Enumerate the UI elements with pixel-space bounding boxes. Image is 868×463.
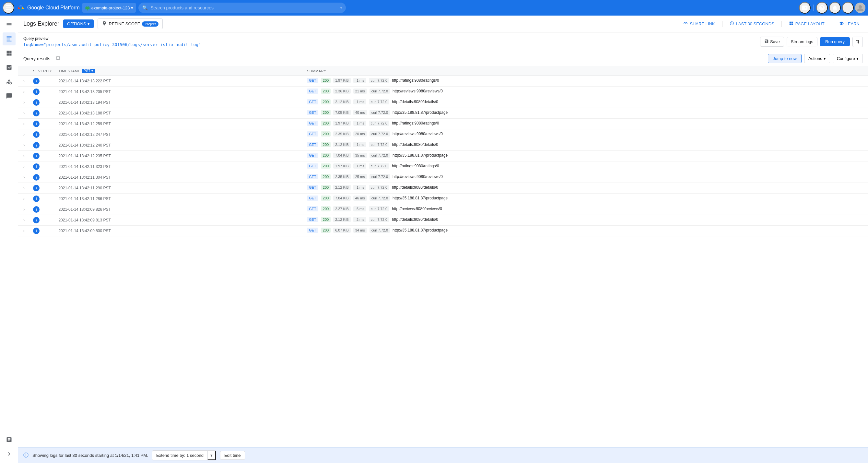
row-expand-icon[interactable]: › [23, 122, 25, 126]
row-expand-icon[interactable]: › [23, 90, 25, 94]
row-summary-cell: GET 200 2.36 KiB 21 ms curl 7.72.0 http:… [304, 87, 868, 96]
search-bar[interactable]: ▾ [138, 3, 346, 13]
severity-icon: i [33, 78, 39, 84]
size-chip: 2.12 KiB [333, 185, 351, 190]
agent-chip: curl 7.72.0 [369, 217, 389, 222]
row-expand-icon[interactable]: › [23, 111, 25, 116]
help-button[interactable] [816, 2, 828, 13]
row-expand-cell[interactable]: › [18, 215, 30, 226]
col-timestamp[interactable]: TIMESTAMP PST ▾ [55, 66, 304, 76]
more-options-button[interactable] [842, 2, 854, 13]
last-30-label: LAST 30 SECONDS [736, 22, 774, 26]
learn-button[interactable]: LEARN [836, 19, 863, 29]
extend-time-button[interactable]: Extend time by: 1 second ▾ [152, 450, 216, 460]
severity-icon: i [33, 217, 39, 223]
refine-scope-button[interactable]: REFINE SCOPE Project [98, 19, 163, 29]
severity-icon: i [33, 206, 39, 213]
row-severity-cell: i [30, 151, 55, 161]
actions-button[interactable]: Actions ▾ [804, 54, 830, 63]
row-expand-cell[interactable]: › [18, 87, 30, 97]
row-expand-cell[interactable]: › [18, 119, 30, 129]
learn-icon [839, 21, 844, 27]
size-chip: 6.07 KiB [333, 227, 351, 233]
save-label: Save [770, 39, 780, 44]
query-actions: Save Stream logs Run query ⇅ [760, 37, 863, 47]
last-30-button[interactable]: LAST 30 SECONDS [726, 19, 778, 29]
row-expand-cell[interactable]: › [18, 183, 30, 193]
row-expand-icon[interactable]: › [23, 154, 25, 158]
pst-badge[interactable]: PST ▾ [82, 69, 95, 73]
sidebar-item-dashboard[interactable] [3, 47, 16, 60]
cloud-shell-icon [802, 4, 808, 11]
extend-time-main[interactable]: Extend time by: 1 second [152, 451, 208, 459]
row-expand-cell[interactable]: › [18, 129, 30, 140]
project-selector[interactable]: ◉ example-project-123 ▾ [82, 3, 136, 13]
jump-to-now-button[interactable]: Jump to now [768, 54, 802, 63]
row-expand-icon[interactable]: › [23, 132, 25, 137]
row-expand-icon[interactable]: › [23, 186, 25, 190]
top-navigation: Google Cloud Platform ◉ example-project-… [0, 0, 868, 16]
query-content: Query preview logName="projects/asm-audi… [23, 36, 756, 47]
row-expand-cell[interactable]: › [18, 151, 30, 161]
hamburger-menu[interactable] [3, 2, 14, 13]
row-expand-icon[interactable]: › [23, 196, 25, 201]
query-text[interactable]: logName="projects/asm-audit-policy-30150… [23, 42, 756, 47]
edit-time-button[interactable]: Edit time [220, 451, 245, 460]
row-timestamp-cell: 2021-01-14 13:42:11.323 PST [55, 161, 304, 172]
size-chip: 1.97 KiB [333, 163, 351, 168]
sidebar-item-history[interactable] [3, 433, 16, 446]
page-layout-button[interactable]: PAGE LAYOUT [786, 19, 828, 29]
row-expand-cell[interactable]: › [18, 193, 30, 204]
row-expand-icon[interactable]: › [23, 175, 25, 180]
row-expand-icon[interactable]: › [23, 207, 25, 212]
expand-button[interactable] [54, 54, 62, 63]
actions-chevron-icon: ▾ [824, 56, 826, 61]
sidebar-item-expand[interactable] [3, 447, 16, 460]
sidebar-item-logs[interactable] [3, 32, 16, 45]
collapse-button[interactable]: ⇅ [852, 37, 863, 47]
stream-logs-button[interactable]: Stream logs [787, 37, 817, 47]
sidebar-item-chat[interactable] [3, 90, 16, 102]
user-avatar[interactable] [855, 3, 865, 13]
project-tag: Project [142, 22, 158, 27]
row-expand-icon[interactable]: › [23, 218, 25, 222]
cloud-shell-button[interactable] [799, 2, 811, 13]
sidebar-item-metrics[interactable] [3, 61, 16, 74]
row-expand-icon[interactable]: › [23, 164, 25, 169]
latency-chip: 21 ms [353, 89, 367, 94]
row-expand-cell[interactable]: › [18, 76, 30, 87]
sidebar-item-nav[interactable] [3, 18, 16, 31]
row-expand-cell[interactable]: › [18, 161, 30, 172]
method-badge: GET [307, 163, 318, 168]
row-expand-icon[interactable]: › [23, 79, 25, 83]
save-icon [764, 39, 769, 44]
sidebar-item-trace[interactable] [3, 75, 16, 88]
extend-time-dropdown[interactable]: ▾ [208, 451, 216, 460]
row-expand-cell[interactable]: › [18, 97, 30, 108]
save-button[interactable]: Save [760, 37, 784, 47]
row-summary-cell: GET 200 2.27 KiB 5 ms curl 7.72.0 http:/… [304, 204, 868, 213]
extend-chevron-icon: ▾ [210, 453, 213, 458]
status-badge: 200 [321, 131, 331, 136]
collapse-icon: ⇅ [856, 39, 860, 44]
row-expand-cell[interactable]: › [18, 204, 30, 215]
status-info-icon: ⓘ [23, 452, 29, 459]
row-expand-cell[interactable]: › [18, 172, 30, 183]
row-expand-icon[interactable]: › [23, 228, 25, 233]
status-badge: 200 [321, 99, 331, 104]
table-row: › i 2021-01-14 13:42:11.286 PST GET 200 … [18, 193, 868, 204]
row-expand-cell[interactable]: › [18, 108, 30, 119]
stream-label: Stream logs [791, 39, 813, 44]
row-expand-icon[interactable]: › [23, 143, 25, 148]
configure-button[interactable]: Configure ▾ [833, 54, 863, 63]
row-expand-cell[interactable]: › [18, 140, 30, 151]
run-query-button[interactable]: Run query [820, 37, 850, 46]
row-expand-icon[interactable]: › [23, 100, 25, 105]
row-expand-cell[interactable]: › [18, 226, 30, 236]
search-input[interactable] [150, 5, 338, 10]
size-chip: 1.97 KiB [333, 78, 351, 83]
severity-icon: i [33, 99, 39, 106]
share-link-button[interactable]: SHARE LINK [680, 19, 718, 29]
options-button[interactable]: OPTIONS ▾ [63, 20, 94, 28]
notifications-button[interactable] [829, 2, 841, 13]
